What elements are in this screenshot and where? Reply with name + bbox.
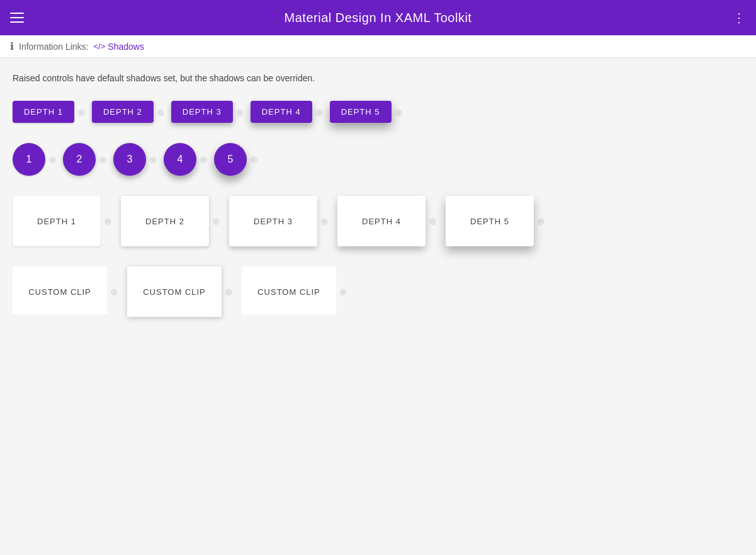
main-content: Raised controls have default shadows set… (0, 58, 756, 552)
shadow-item-depth3: DEPTH 3 ◎ (171, 101, 243, 123)
shadow-item-depth2: DEPTH 2 ◎ (92, 101, 164, 123)
toggle-icon-1: ◎ (78, 108, 84, 117)
card-item-depth4: DEPTH 4 ◎ (337, 196, 436, 246)
shadow-item-depth5: DEPTH 5 ◎ (330, 101, 402, 123)
circle-item-5: 5 ◎ (214, 143, 257, 176)
circle-toggle-3: ◎ (150, 155, 156, 164)
info-label: Information Links: (19, 42, 89, 52)
depth-card-3: DEPTH 3 (229, 196, 317, 246)
card-item-depth3: DEPTH 3 ◎ (229, 196, 327, 246)
info-icon: ℹ (10, 40, 14, 52)
custom-clip-row: CUSTOM CLIP ◎ CUSTOM CLIP ◎ CUSTOM CLIP … (13, 266, 743, 324)
circle-item-1: 1 ◎ (13, 143, 55, 176)
depth-card-2: DEPTH 2 (121, 196, 209, 246)
toggle-icon-5: ◎ (395, 108, 402, 117)
card-item-depth5: DEPTH 5 ◎ (446, 196, 544, 246)
circle-toggle-1: ◎ (49, 155, 55, 164)
clip-item-1: CUSTOM CLIP ◎ (13, 266, 117, 317)
circle2-button[interactable]: 2 (63, 143, 96, 176)
shadow-item-depth4: DEPTH 4 ◎ (251, 101, 322, 123)
clip-item-2: CUSTOM CLIP ◎ (127, 266, 232, 317)
circle5-button[interactable]: 5 (214, 143, 247, 176)
circle-item-3: 3 ◎ (113, 143, 156, 176)
clip-item-3: CUSTOM CLIP ◎ (242, 266, 346, 317)
circle4-button[interactable]: 4 (164, 143, 196, 176)
depth1-button[interactable]: DEPTH 1 (13, 101, 74, 123)
toggle-icon-4: ◎ (316, 108, 322, 117)
page-title: Material Design In XAML Toolkit (285, 11, 472, 25)
clip-card-1: CUSTOM CLIP (13, 266, 107, 317)
circle-item-2: 2 ◎ (63, 143, 106, 176)
circle-item-4: 4 ◎ (164, 143, 206, 176)
card-toggle-5: ◎ (538, 217, 544, 226)
depth4-button[interactable]: DEPTH 4 (251, 101, 312, 123)
clip-card-2: CUSTOM CLIP (127, 266, 222, 317)
card-item-depth1: DEPTH 1 ◎ (13, 196, 111, 246)
card-toggle-1: ◎ (104, 217, 111, 226)
shadows-link[interactable]: </> Shadows (94, 42, 144, 52)
circle-toggle-4: ◎ (200, 155, 206, 164)
code-icon: </> (94, 42, 106, 51)
card-toggle-4: ◎ (429, 217, 436, 226)
depth3-button[interactable]: DEPTH 3 (171, 101, 233, 123)
depth5-button[interactable]: DEPTH 5 (330, 101, 392, 123)
shadow-item-depth1: DEPTH 1 ◎ (13, 101, 84, 123)
circle-buttons-row: 1 ◎ 2 ◎ 3 ◎ 4 ◎ 5 ◎ (13, 143, 743, 183)
info-bar: ℹ Information Links: </> Shadows (0, 35, 756, 58)
header: Material Design In XAML Toolkit ⋮ (0, 0, 756, 35)
toggle-icon-3: ◎ (237, 108, 243, 117)
depth-buttons-row: DEPTH 1 ◎ DEPTH 2 ◎ DEPTH 3 ◎ DEPTH 4 ◎ … (13, 101, 743, 130)
circle-toggle-2: ◎ (99, 155, 106, 164)
circle-toggle-5: ◎ (251, 155, 257, 164)
description-text: Raised controls have default shadows set… (13, 73, 743, 83)
clip-toggle-2: ◎ (225, 287, 232, 296)
circle3-button[interactable]: 3 (113, 143, 146, 176)
clip-toggle-1: ◎ (111, 287, 117, 296)
depth-cards-row: DEPTH 1 ◎ DEPTH 2 ◎ DEPTH 3 ◎ DEPTH 4 ◎ … (13, 196, 743, 254)
hamburger-menu-button[interactable] (10, 13, 24, 23)
card-toggle-2: ◎ (213, 217, 219, 226)
depth-card-5: DEPTH 5 (446, 196, 534, 246)
more-options-button[interactable]: ⋮ (733, 10, 746, 25)
card-toggle-3: ◎ (321, 217, 327, 226)
clip-toggle-3: ◎ (340, 287, 346, 296)
toggle-icon-2: ◎ (157, 108, 164, 117)
depth-card-1: DEPTH 1 (13, 196, 101, 246)
clip-card-3: CUSTOM CLIP (242, 266, 336, 317)
depth-card-4: DEPTH 4 (337, 196, 426, 246)
depth2-button[interactable]: DEPTH 2 (92, 101, 154, 123)
card-item-depth2: DEPTH 2 ◎ (121, 196, 219, 246)
circle1-button[interactable]: 1 (13, 143, 45, 176)
